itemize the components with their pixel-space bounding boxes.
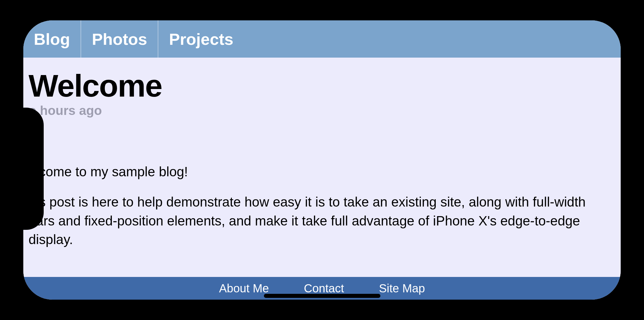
footer-link-sitemap[interactable]: Site Map (379, 282, 425, 295)
home-indicator[interactable] (264, 294, 380, 298)
stage: Blog Photos Projects Welcome o hours ago… (0, 0, 644, 320)
physical-button-bottom-1 (82, 311, 119, 315)
physical-button-top (128, 5, 186, 9)
tab-photos[interactable]: Photos (81, 20, 158, 58)
footer-link-label: About Me (219, 282, 269, 295)
top-tab-bar: Blog Photos Projects (23, 20, 621, 58)
footer-link-label: Contact (304, 282, 344, 295)
device-notch (23, 108, 44, 230)
tab-label: Photos (92, 30, 147, 49)
footer-link-label: Site Map (379, 282, 425, 295)
post-paragraph-3: his post is here to help demonstrate how… (29, 193, 612, 249)
tab-label: Blog (34, 30, 70, 49)
post-timestamp: o hours ago (29, 103, 612, 118)
content-area[interactable]: Welcome o hours ago ! elcome to my sampl… (23, 58, 621, 277)
post-title: Welcome (29, 69, 612, 102)
physical-button-bottom-2 (134, 311, 207, 315)
screen: Blog Photos Projects Welcome o hours ago… (23, 20, 621, 300)
post-body: ! elcome to my sample blog! his post is … (29, 132, 612, 249)
tab-blog[interactable]: Blog (23, 20, 81, 58)
tab-label: Projects (169, 30, 233, 49)
post-paragraph-1: ! (29, 132, 612, 150)
tab-projects[interactable]: Projects (158, 20, 244, 58)
post-paragraph-2: elcome to my sample blog! (29, 162, 612, 181)
device-frame: Blog Photos Projects Welcome o hours ago… (12, 9, 632, 311)
footer-link-contact[interactable]: Contact (304, 282, 344, 295)
footer-link-about[interactable]: About Me (219, 282, 269, 295)
